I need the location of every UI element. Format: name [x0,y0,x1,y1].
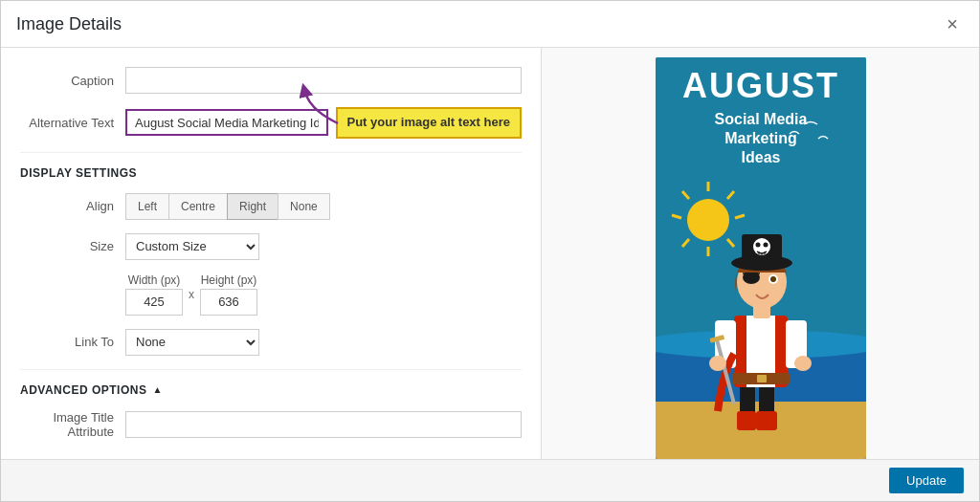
align-row: Align Left Centre Right None [20,193,522,220]
display-settings-heading: DISPLAY SETTINGS [20,152,522,180]
svg-text:Social Media: Social Media [714,111,807,127]
alt-text-input[interactable] [125,109,328,136]
svg-point-37 [763,243,768,248]
svg-point-36 [755,243,760,248]
svg-point-32 [770,276,776,282]
image-preview-panel: AUGUST Social Media Marketing Ideas [542,48,979,459]
svg-text:Marketing: Marketing [724,130,797,146]
height-input[interactable] [200,289,257,316]
align-buttons: Left Centre Right None [125,193,329,220]
modal-header: Image Details × [1,1,979,48]
height-col: Height (px) [200,273,257,316]
size-row: Size Thumbnail Medium Large Full Size Cu… [20,233,522,260]
title-attribute-label: Image Title Attribute [20,410,125,439]
align-left-button[interactable]: Left [125,193,169,220]
dimensions-separator: x [189,288,194,301]
title-attribute-row: Image Title Attribute [20,410,522,439]
svg-rect-26 [757,375,767,382]
align-right-button[interactable]: Right [227,193,278,220]
svg-point-44 [794,356,812,371]
width-col: Width (px) [125,273,183,316]
update-button[interactable]: Update [889,468,964,493]
tooltip-wrapper: Put your image alt text here [336,107,523,139]
width-input[interactable] [125,289,183,316]
image-preview: AUGUST Social Media Marketing Ideas [656,57,866,459]
dimensions-group: Width (px) x Height (px) [125,273,257,316]
left-panel: Caption Alternative Text [1,48,542,459]
svg-text:AUGUST: AUGUST [682,66,839,105]
caption-input[interactable] [125,67,522,94]
caption-row: Caption [20,67,522,94]
align-none-button[interactable]: None [278,193,330,220]
alt-text-tooltip: Put your image alt text here [336,107,523,139]
link-to-select[interactable]: None Media File Attachment Page Custom U… [125,329,259,356]
svg-rect-19 [737,411,756,430]
align-label: Align [20,199,125,213]
modal-body: Caption Alternative Text [1,48,979,459]
alt-text-row: Alternative Text [20,107,522,139]
svg-point-4 [687,199,729,241]
align-centre-button[interactable]: Centre [168,193,228,220]
caption-label: Caption [20,74,125,88]
alt-text-wrapper: Put your image alt text here [125,107,522,139]
size-label: Size [20,239,125,253]
link-to-row: Link To None Media File Attachment Page … [20,329,522,356]
width-label: Width (px) [128,273,181,287]
link-to-label: Link To [20,335,125,349]
svg-rect-20 [756,411,777,430]
advanced-caret: ▲ [152,384,162,395]
preview-svg: AUGUST Social Media Marketing Ideas [656,57,866,459]
advanced-options-heading[interactable]: ADVANCED OPTIONS ▲ [20,369,522,397]
modal-footer: Update [1,459,979,501]
dimensions-row: Width (px) x Height (px) [20,273,522,316]
svg-point-43 [709,356,726,371]
close-button[interactable]: × [941,12,964,35]
svg-text:Ideas: Ideas [741,149,780,165]
image-details-modal: Image Details × Caption Alternative Text [0,0,980,502]
modal-title: Image Details [16,14,122,34]
size-select[interactable]: Thumbnail Medium Large Full Size Custom … [125,233,259,260]
svg-point-29 [743,271,760,284]
height-label: Height (px) [201,273,257,287]
title-attribute-input[interactable] [125,411,522,438]
alt-text-label: Alternative Text [20,116,125,130]
